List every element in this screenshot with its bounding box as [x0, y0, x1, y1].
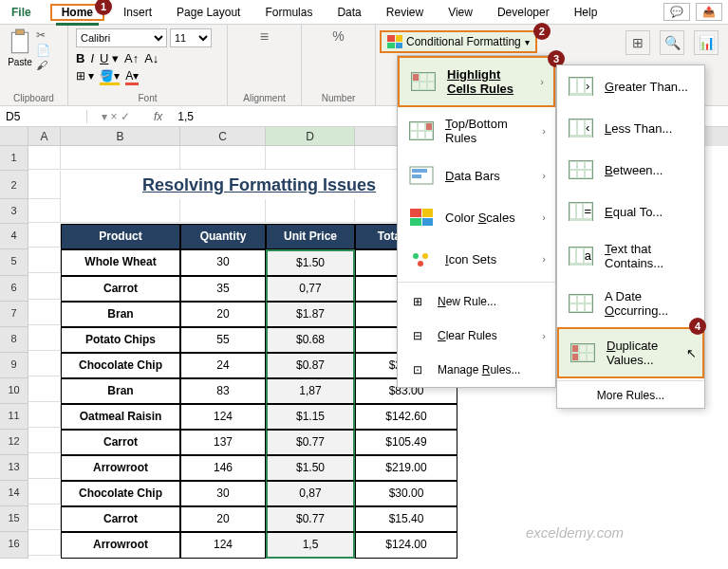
increase-font-icon[interactable]: A↑	[124, 51, 139, 65]
menu-color-scales[interactable]: Color Scales›	[398, 196, 555, 238]
menu-new-rule[interactable]: ⊞New Rule...	[398, 284, 555, 319]
cell[interactable]	[28, 532, 61, 556]
cell-quantity[interactable]: 20	[180, 302, 266, 327]
row-header[interactable]: 11	[0, 404, 28, 430]
tab-file[interactable]: File	[6, 2, 37, 23]
tab-page-layout[interactable]: Page Layout	[171, 2, 246, 23]
cell[interactable]	[28, 430, 61, 453]
copy-icon[interactable]: 📄	[36, 44, 50, 57]
row-header[interactable]: 9	[0, 353, 28, 378]
cell-quantity[interactable]: 20	[180, 506, 266, 532]
italic-button[interactable]: I	[90, 51, 94, 65]
underline-button[interactable]: U ▾	[100, 51, 119, 65]
cell-quantity[interactable]: 30	[180, 481, 266, 506]
cell-quantity[interactable]: 83	[180, 378, 266, 404]
cell-product[interactable]: Carrot	[61, 506, 180, 532]
row-header[interactable]: 4	[0, 224, 28, 249]
submenu-between[interactable]: Between...	[557, 149, 704, 191]
cell-unit-price[interactable]: $0.87	[266, 353, 355, 378]
analyze-icon[interactable]: 📊	[694, 30, 719, 55]
menu-clear-rules[interactable]: ⊟Clear Rules›	[398, 319, 555, 353]
decrease-font-icon[interactable]: A↓	[144, 51, 159, 65]
cell-unit-price[interactable]: $1.50	[266, 455, 355, 481]
submenu-duplicate-values[interactable]: Duplicate Values... ↖ 4	[557, 327, 704, 378]
cut-icon[interactable]: ✂	[36, 28, 50, 42]
row-header[interactable]: 16	[0, 532, 28, 559]
menu-top-bottom-rules[interactable]: TTop/Bottom Rulesop/Bottom Rules›	[398, 107, 555, 155]
row-header[interactable]: 3	[0, 199, 28, 224]
borders-button[interactable]: ⊞ ▾	[76, 69, 94, 85]
cell[interactable]	[28, 353, 61, 376]
row-header[interactable]: 2	[0, 171, 28, 199]
font-color-button[interactable]: A▾	[125, 69, 139, 85]
cell-product[interactable]: Carrot	[61, 276, 180, 302]
cell-unit-price[interactable]: $0.68	[266, 327, 355, 353]
cell-quantity[interactable]: 30	[180, 249, 266, 276]
row-header[interactable]: 14	[0, 481, 28, 506]
fill-color-button[interactable]: 🪣▾	[100, 69, 120, 85]
submenu-greater-than[interactable]: ›Greater Than...	[557, 65, 704, 107]
row-header[interactable]: 10	[0, 378, 28, 404]
cell-unit-price[interactable]: $0.77	[266, 430, 355, 455]
menu-icon-sets[interactable]: Icon Sets›	[398, 238, 555, 280]
cell-total-price[interactable]: $124.00	[355, 532, 457, 559]
cell[interactable]	[28, 249, 61, 273]
find-icon[interactable]: 🔍	[660, 30, 684, 55]
cell-product[interactable]: Arrowroot	[61, 532, 180, 559]
share-button[interactable]: 📤	[696, 3, 722, 21]
col-header-b[interactable]: B	[61, 127, 180, 146]
cell[interactable]	[28, 481, 61, 505]
cell-quantity[interactable]: 124	[180, 404, 266, 430]
submenu-more-rules[interactable]: More Rules...	[557, 383, 704, 408]
tab-view[interactable]: View	[442, 2, 478, 23]
font-size-select[interactable]: 11	[170, 28, 212, 47]
cell-unit-price[interactable]: $0.77	[266, 506, 355, 532]
row-header[interactable]: 5	[0, 249, 28, 276]
cell-unit-price[interactable]: $1.50	[266, 249, 355, 276]
submenu-text-contains[interactable]: aText that Contains...	[557, 232, 704, 280]
submenu-equal-to[interactable]: =Equal To...	[557, 191, 704, 232]
cell[interactable]	[28, 455, 61, 479]
cell-quantity[interactable]: 55	[180, 327, 266, 353]
cell[interactable]	[28, 378, 61, 402]
select-all-corner[interactable]	[0, 127, 28, 146]
row-header[interactable]: 13	[0, 455, 28, 481]
name-box[interactable]: D5	[0, 110, 87, 123]
format-painter-icon[interactable]: 🖌	[36, 59, 50, 72]
insert-cells-icon[interactable]: ⊞	[625, 30, 650, 55]
cell-total-price[interactable]: $219.00	[355, 455, 457, 481]
cell-unit-price[interactable]: $1.15	[266, 404, 355, 430]
tab-formulas[interactable]: Formulas	[259, 2, 318, 23]
formula-input[interactable]: 1,5	[172, 110, 199, 123]
tab-developer[interactable]: Developer	[492, 2, 555, 23]
cell[interactable]	[28, 327, 61, 351]
cell-total-price[interactable]: $142.60	[355, 404, 457, 430]
cell-product[interactable]: Bran	[61, 378, 180, 404]
cell-product[interactable]: Whole Wheat	[61, 249, 180, 276]
cell-product[interactable]: Chocolate Chip	[61, 481, 180, 506]
conditional-formatting-button[interactable]: Conditional Formatting▾ 2	[380, 30, 537, 53]
cell[interactable]	[28, 302, 61, 325]
cell-quantity[interactable]: 35	[180, 276, 266, 302]
row-header[interactable]: 15	[0, 506, 28, 532]
submenu-less-than[interactable]: ‹Less Than...	[557, 107, 704, 149]
cell-product[interactable]: Chocolate Chip	[61, 353, 180, 378]
tab-data[interactable]: Data	[331, 2, 366, 23]
cell-total-price[interactable]: $15.40	[355, 506, 457, 532]
cell-unit-price[interactable]: 1,87	[266, 378, 355, 404]
cell-product[interactable]: Oatmeal Raisin	[61, 404, 180, 430]
tab-insert[interactable]: Insert	[118, 2, 158, 23]
col-header-a[interactable]: A	[28, 127, 61, 146]
submenu-date-occurring[interactable]: A Date Occurring...	[557, 280, 704, 327]
paste-button[interactable]: Paste	[8, 28, 32, 72]
cell-quantity[interactable]: 137	[180, 430, 266, 455]
col-header-d[interactable]: D	[266, 127, 355, 146]
cell-total-price[interactable]: $30.00	[355, 481, 457, 506]
menu-data-bars[interactable]: Data Bars›	[398, 155, 555, 196]
cell-product[interactable]: Carrot	[61, 430, 180, 455]
fx-icon[interactable]: fx	[144, 110, 172, 123]
row-header[interactable]: 7	[0, 302, 28, 327]
row-header[interactable]: 1	[0, 146, 28, 171]
cell[interactable]	[28, 506, 61, 530]
tab-home[interactable]: Home	[56, 2, 99, 26]
